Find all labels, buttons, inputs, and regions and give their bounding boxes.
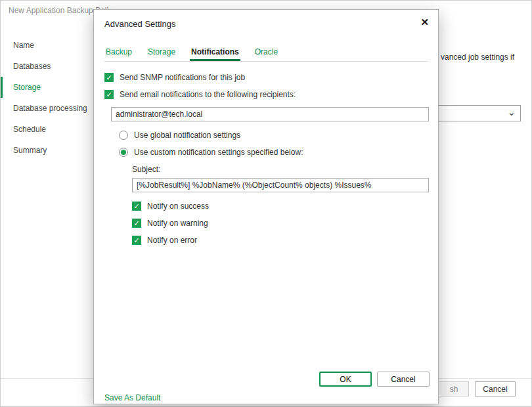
sidebar-item-name[interactable]: Name — [1, 35, 99, 56]
subject-input[interactable] — [132, 178, 429, 192]
dialog-cancel-button[interactable]: Cancel — [377, 372, 430, 387]
save-as-default-link[interactable]: Save As Default — [104, 393, 160, 402]
snmp-checkbox[interactable]: ✓ — [104, 73, 114, 82]
wizard-cancel-button[interactable]: Cancel — [475, 381, 516, 396]
sidebar-item-databases[interactable]: Databases — [1, 56, 99, 77]
snmp-checkbox-row: ✓ Send SNMP notifications for this job — [104, 73, 428, 82]
subject-label: Subject: — [132, 165, 428, 174]
tab-backup[interactable]: Backup — [104, 44, 133, 61]
snmp-checkbox-label: Send SNMP notifications for this job — [120, 73, 245, 82]
dialog-body: ✓ Send SNMP notifications for this job ✓… — [104, 73, 428, 253]
global-settings-radio-label: Use global notification settings — [134, 131, 240, 140]
sidebar-item-storage[interactable]: Storage — [1, 77, 99, 98]
notify-error-checkbox[interactable]: ✓ — [132, 236, 141, 245]
notify-warning-checkbox[interactable]: ✓ — [132, 219, 141, 228]
dialog-tabs: Backup Storage Notifications Oracle — [104, 44, 428, 62]
finish-button-partial[interactable]: sh — [439, 381, 469, 396]
notify-warning-label: Notify on warning — [147, 219, 208, 228]
notify-warning-row: ✓ Notify on warning — [132, 219, 428, 228]
notify-error-label: Notify on error — [147, 236, 197, 245]
notify-error-row: ✓ Notify on error — [132, 236, 428, 245]
notify-success-label: Notify on success — [147, 202, 209, 211]
custom-settings-radio-row: Use custom notification settings specifi… — [119, 148, 428, 157]
sidebar-item-summary[interactable]: Summary — [1, 140, 99, 161]
sidebar-item-schedule[interactable]: Schedule — [1, 119, 99, 140]
advanced-settings-dialog: Advanced Settings ✕ Backup Storage Notif… — [93, 9, 439, 404]
global-settings-radio[interactable] — [119, 131, 128, 140]
tab-oracle[interactable]: Oracle — [254, 44, 279, 61]
close-icon[interactable]: ✕ — [420, 17, 429, 27]
sidebar-item-database-processing[interactable]: Database processing — [1, 98, 99, 119]
dialog-title: Advanced Settings — [104, 19, 175, 29]
email-checkbox-label: Send email notifications to the followin… — [120, 90, 296, 99]
recipients-input[interactable] — [111, 107, 429, 121]
email-checkbox[interactable]: ✓ — [104, 90, 114, 99]
email-checkbox-row: ✓ Send email notifications to the follow… — [104, 90, 428, 99]
custom-settings-radio[interactable] — [119, 148, 128, 157]
chevron-down-icon: ⌄ — [507, 106, 516, 118]
notify-success-row: ✓ Notify on success — [132, 202, 428, 211]
notify-success-checkbox[interactable]: ✓ — [132, 202, 141, 211]
tab-storage[interactable]: Storage — [146, 44, 177, 61]
global-settings-radio-row: Use global notification settings — [119, 131, 428, 140]
tab-notifications[interactable]: Notifications — [190, 44, 240, 61]
clipped-description-text: vanced job settings if — [441, 53, 514, 62]
wizard-sidebar: Name Databases Storage Database processi… — [1, 35, 99, 161]
custom-settings-radio-label: Use custom notification settings specifi… — [134, 148, 303, 157]
ok-button[interactable]: OK — [319, 372, 372, 387]
